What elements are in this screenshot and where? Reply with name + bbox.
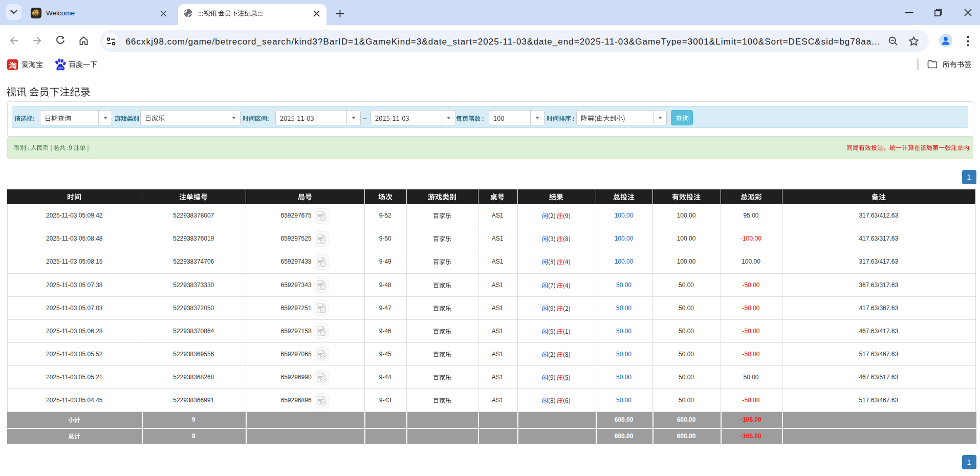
svg-text:du: du [58, 66, 62, 70]
